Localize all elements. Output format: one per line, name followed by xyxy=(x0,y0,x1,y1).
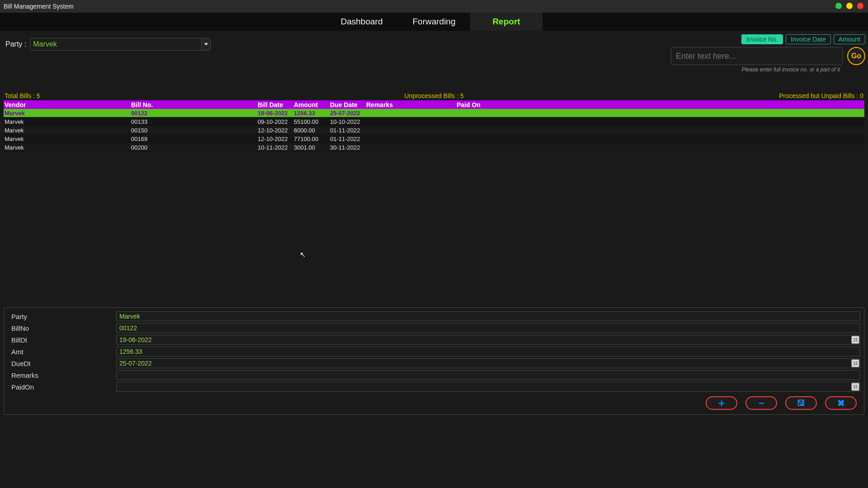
cell-amount: 3001.00 xyxy=(293,144,329,151)
col-duedate[interactable]: Due Date xyxy=(329,101,365,108)
label-party: Party xyxy=(8,313,116,320)
search-area: Invoice No. Invoice Date Amount Go Pleas… xyxy=(671,34,865,73)
cell-billno: 00133 xyxy=(130,118,257,125)
cell-billno: 00169 xyxy=(130,136,257,142)
maximize-dot[interactable] xyxy=(846,3,853,9)
col-remarks[interactable]: Remarks xyxy=(365,101,456,108)
cell-billdate: 19-06-2022 xyxy=(257,110,293,117)
col-vendor[interactable]: Vendor xyxy=(4,101,130,108)
party-select[interactable]: Marvek xyxy=(30,38,211,51)
party-select-chevron[interactable] xyxy=(201,38,210,50)
table-row[interactable]: Marvek0015012-10-20226000.0001-11-2022 xyxy=(4,126,864,135)
summary-total: Total Bills : 5 xyxy=(5,92,40,99)
add-button[interactable]: ＋ xyxy=(706,396,737,410)
tab-dashboard[interactable]: Dashboard xyxy=(326,13,398,31)
label-remarks: Remarks xyxy=(8,371,116,379)
search-filter-amount[interactable]: Amount xyxy=(834,34,865,44)
grid-body: Marvek0012219-06-20221256.3325-07-2022Ma… xyxy=(4,109,864,244)
field-billdt[interactable] xyxy=(116,335,860,345)
cell-billno: 00122 xyxy=(130,110,257,117)
label-duedt: DueDt xyxy=(8,360,116,367)
close-dot[interactable] xyxy=(857,3,863,9)
main-tabs: Dashboard Forwarding Report xyxy=(0,13,868,31)
cell-duedate: 01-11-2022 xyxy=(329,127,365,134)
party-select-value: Marvek xyxy=(30,40,201,48)
table-row[interactable]: Marvek0020010-11-20223001.0030-11-2022 xyxy=(4,143,864,152)
summary-unprocessed: Unprocessed Bills : 5 xyxy=(404,92,464,99)
tab-report[interactable]: Report xyxy=(470,13,542,31)
cell-duedate: 01-11-2022 xyxy=(329,136,365,142)
field-remarks[interactable] xyxy=(116,370,860,380)
field-duedt[interactable] xyxy=(116,358,860,368)
cell-vendor: Marvek xyxy=(4,110,130,117)
cancel-button[interactable]: ✖ xyxy=(825,396,857,410)
cell-vendor: Marvek xyxy=(4,144,130,151)
search-filter-invoice-no[interactable]: Invoice No. xyxy=(741,34,783,44)
go-button[interactable]: Go xyxy=(847,47,865,65)
minus-icon: － xyxy=(756,396,766,410)
party-label: Party : xyxy=(5,40,26,48)
save-icon: 🖫 xyxy=(797,399,805,408)
cell-duedate: 10-10-2022 xyxy=(329,118,365,125)
table-row[interactable]: Marvek0016912-10-202277100.0001-11-2022 xyxy=(4,135,864,143)
label-amt: Amt xyxy=(8,348,116,356)
chevron-down-icon xyxy=(204,43,208,46)
cell-duedate: 30-11-2022 xyxy=(329,144,365,151)
cell-vendor: Marvek xyxy=(4,118,130,125)
tab-forwarding[interactable]: Forwarding xyxy=(398,13,470,31)
save-button[interactable]: 🖫 xyxy=(785,396,817,410)
cell-vendor: Marvek xyxy=(4,136,130,142)
close-icon: ✖ xyxy=(837,398,845,408)
table-row[interactable]: Marvek0013309-10-202255100.0010-10-2022 xyxy=(4,117,864,126)
detail-form: Party BillNo BillDt 15 Amt DueDt 15 R xyxy=(4,307,864,415)
field-paidon[interactable] xyxy=(116,382,860,392)
cell-amount: 55100.00 xyxy=(293,118,329,125)
search-filter-invoice-date[interactable]: Invoice Date xyxy=(786,34,831,44)
search-input[interactable] xyxy=(671,47,843,65)
search-hint: Please enter full invoice no. or a part … xyxy=(671,66,840,73)
cell-vendor: Marvek xyxy=(4,127,130,134)
titlebar: Bill Management System xyxy=(0,0,868,13)
label-paidon: PaidOn xyxy=(8,383,116,391)
summary-row: Total Bills : 5 Unprocessed Bills : 5 Pr… xyxy=(4,92,864,99)
col-amount[interactable]: Amount xyxy=(293,101,329,108)
search-filter-tabs: Invoice No. Invoice Date Amount xyxy=(671,34,865,44)
col-billno[interactable]: Bill No. xyxy=(130,101,257,108)
cell-billdate: 12-10-2022 xyxy=(257,127,293,134)
field-party[interactable] xyxy=(116,311,860,321)
plus-icon: ＋ xyxy=(717,396,726,410)
cell-amount: 1256.33 xyxy=(293,110,329,117)
field-billno[interactable] xyxy=(116,323,860,333)
calendar-icon[interactable]: 15 xyxy=(851,359,859,367)
cell-amount: 77100.00 xyxy=(293,136,329,142)
cell-billdate: 12-10-2022 xyxy=(257,136,293,142)
cell-duedate: 25-07-2022 xyxy=(329,110,365,117)
cell-amount: 6000.00 xyxy=(293,127,329,134)
summary-processed-unpaid: Processed but Unpaid Bills : 0 xyxy=(779,92,863,99)
window-controls xyxy=(835,3,863,9)
table-row[interactable]: Marvek0012219-06-20221256.3325-07-2022 xyxy=(4,109,864,117)
field-amt[interactable] xyxy=(116,347,860,357)
form-action-row: ＋ － 🖫 ✖ xyxy=(8,396,860,410)
remove-button[interactable]: － xyxy=(745,396,777,410)
cell-billdate: 09-10-2022 xyxy=(257,118,293,125)
content-area: Party : Marvek Invoice No. Invoice Date … xyxy=(0,31,868,418)
calendar-icon[interactable]: 15 xyxy=(851,383,859,391)
col-paidon[interactable]: Paid On xyxy=(456,101,501,108)
calendar-icon[interactable]: 15 xyxy=(851,336,859,344)
col-billdate[interactable]: Bill Date xyxy=(257,101,293,108)
window-title: Bill Management System xyxy=(4,3,74,10)
cursor-icon: ↖ xyxy=(300,250,306,259)
minimize-dot[interactable] xyxy=(835,3,842,9)
label-billno: BillNo xyxy=(8,324,116,332)
grid-header-row: Vendor Bill No. Bill Date Amount Due Dat… xyxy=(4,100,864,109)
cell-billno: 00150 xyxy=(130,127,257,134)
cell-billno: 00200 xyxy=(130,144,257,151)
cell-billdate: 10-11-2022 xyxy=(257,144,293,151)
label-billdt: BillDt xyxy=(8,336,116,344)
bills-grid: Vendor Bill No. Bill Date Amount Due Dat… xyxy=(4,99,864,298)
